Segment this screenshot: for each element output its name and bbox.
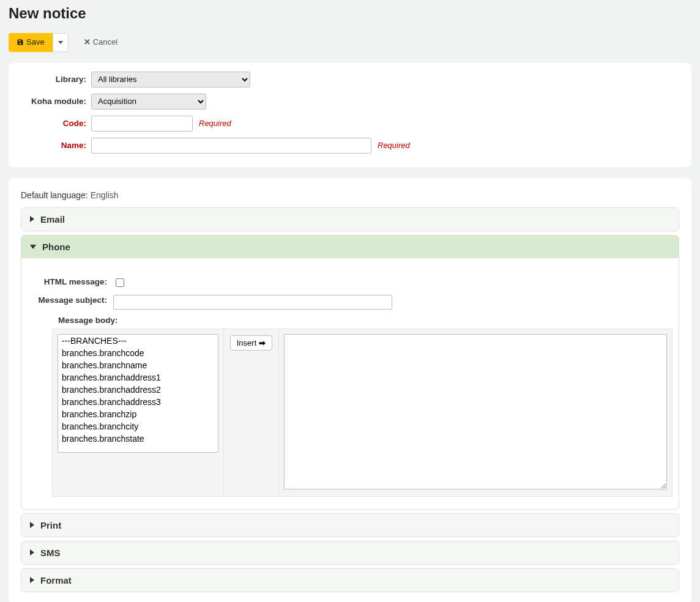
section-sms-header[interactable]: SMS: [21, 541, 679, 564]
message-body-label: Message body:: [58, 316, 672, 325]
field-option[interactable]: branches.branchaddress3: [58, 396, 218, 408]
section-print-title: Print: [40, 520, 61, 530]
module-label: Koha module:: [21, 97, 91, 106]
section-format: Format: [21, 568, 679, 592]
field-option[interactable]: branches.branchcode: [58, 347, 218, 359]
default-language-label: Default language:: [21, 190, 88, 200]
caret-down-icon: [58, 41, 63, 44]
section-phone-title: Phone: [42, 242, 70, 252]
field-option[interactable]: branches.branchaddress1: [58, 371, 218, 384]
arrow-right-icon: ➡: [259, 338, 266, 347]
section-phone: Phone HTML message: Message subject: Mes…: [21, 235, 679, 510]
section-format-title: Format: [40, 575, 72, 585]
module-select[interactable]: Acquisition: [91, 94, 206, 110]
section-email: Email: [21, 207, 679, 231]
name-input[interactable]: [91, 138, 371, 154]
section-sms: SMS: [21, 541, 679, 565]
section-email-title: Email: [40, 214, 65, 225]
section-print: Print: [21, 513, 679, 537]
message-subject-input[interactable]: [113, 295, 392, 310]
insert-label: Insert: [237, 338, 257, 347]
field-option[interactable]: branches.branchstate: [58, 433, 218, 445]
html-message-label: HTML message:: [28, 277, 113, 288]
code-label: Code:: [21, 119, 91, 128]
default-language: Default language: English: [21, 190, 679, 200]
field-list-select[interactable]: ---BRANCHES---branches.branchcodebranche…: [58, 334, 218, 453]
message-body-textarea[interactable]: [284, 334, 667, 489]
section-email-header[interactable]: Email: [21, 208, 679, 231]
chevron-right-icon: [30, 549, 34, 556]
save-dropdown-button[interactable]: [53, 33, 69, 52]
code-required-hint: Required: [199, 119, 231, 128]
chevron-right-icon: [30, 216, 34, 222]
transports-panel: Default language: English Email Phone HT…: [9, 178, 691, 602]
save-button[interactable]: Save: [9, 33, 53, 52]
insert-button[interactable]: Insert ➡: [230, 335, 273, 351]
basic-info-panel: Library: All libraries Koha module: Acqu…: [9, 63, 691, 167]
toolbar: Save ✕ Cancel: [9, 33, 691, 52]
page-title: New notice: [9, 5, 691, 22]
default-language-value: English: [91, 190, 119, 200]
message-body-grid: ---BRANCHES---branches.branchcodebranche…: [52, 329, 672, 497]
section-print-header[interactable]: Print: [21, 514, 679, 537]
html-message-checkbox[interactable]: [116, 278, 124, 287]
cancel-button[interactable]: ✕ Cancel: [76, 33, 125, 52]
section-phone-header[interactable]: Phone: [21, 236, 679, 258]
message-subject-label: Message subject:: [28, 295, 113, 306]
section-phone-body: HTML message: Message subject: Message b…: [21, 258, 679, 509]
field-option[interactable]: ---BRANCHES---: [58, 335, 218, 347]
library-label: Library:: [21, 75, 91, 84]
section-format-header[interactable]: Format: [21, 569, 679, 592]
name-required-hint: Required: [378, 141, 410, 150]
save-label: Save: [26, 37, 45, 48]
save-icon: [17, 39, 24, 46]
cancel-label: Cancel: [93, 37, 117, 48]
chevron-down-icon: [30, 245, 36, 249]
section-sms-title: SMS: [40, 548, 61, 558]
field-option[interactable]: branches.branchcity: [58, 420, 218, 433]
field-option[interactable]: branches.branchaddress2: [58, 384, 218, 396]
field-option[interactable]: branches.branchzip: [58, 408, 218, 420]
library-select[interactable]: All libraries: [91, 72, 250, 87]
code-input[interactable]: [91, 116, 193, 132]
field-option[interactable]: branches.branchname: [58, 359, 218, 371]
name-label: Name:: [21, 141, 91, 150]
chevron-right-icon: [30, 522, 34, 528]
close-icon: ✕: [84, 37, 91, 48]
chevron-right-icon: [30, 577, 34, 583]
